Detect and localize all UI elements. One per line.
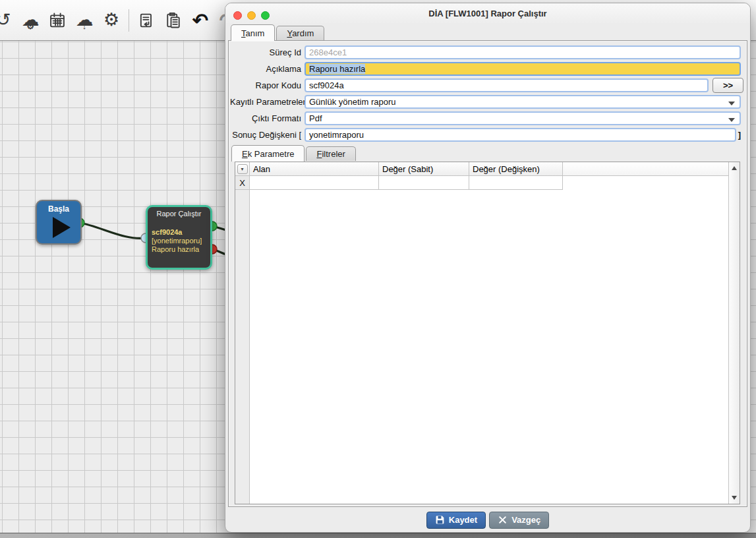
vertical-scrollbar[interactable] bbox=[728, 162, 740, 504]
cancel-button[interactable]: Vazgeç bbox=[489, 512, 549, 529]
rapor-kodu-lookup-button[interactable]: >> bbox=[712, 78, 743, 93]
aciklama-field[interactable]: Raporu hazırla bbox=[305, 62, 741, 76]
settings-icon[interactable]: ⚙ bbox=[102, 9, 121, 32]
chevron-down-icon bbox=[728, 102, 735, 105]
aciklama-label: Açıklama bbox=[230, 64, 305, 74]
rapor-kodu-field[interactable]: scf9024a bbox=[305, 78, 709, 92]
kayitli-parametreler-label: Kayıtlı Parametreler bbox=[230, 97, 305, 107]
sonuc-degiskeni-label: Sonuç Değişkeni [ bbox=[230, 130, 305, 140]
cell-deger-sabit[interactable] bbox=[379, 176, 469, 190]
paste-icon[interactable] bbox=[163, 9, 183, 32]
table-corner-cell: ▾ bbox=[235, 162, 250, 175]
kayitli-parametreler-select[interactable]: Günlük yönetim raporu bbox=[305, 95, 741, 109]
bottom-window-edge bbox=[0, 533, 756, 538]
dialog-tabs: Tanım Yardım bbox=[225, 23, 750, 40]
sonuc-degiskeni-field[interactable]: yonetimraporu bbox=[305, 128, 736, 142]
row-header-strip bbox=[235, 176, 250, 504]
surec-id-field: 268e4ce1 bbox=[305, 45, 741, 59]
tab-tanim[interactable]: Tanım bbox=[231, 24, 275, 41]
undo-icon[interactable]: ↶ bbox=[190, 9, 210, 32]
parameter-table: ▾ Alan Değer (Sabit) Değer (Değişken) X bbox=[235, 162, 740, 504]
cikti-formati-select[interactable]: Pdf bbox=[305, 111, 741, 125]
toolbar-separator bbox=[129, 9, 129, 32]
new-row-marker[interactable]: X bbox=[235, 176, 250, 190]
chevron-down-icon bbox=[728, 118, 735, 122]
column-header-deger-sabit[interactable]: Değer (Sabit) bbox=[379, 162, 469, 175]
close-window-button[interactable] bbox=[233, 11, 242, 20]
cell-alan[interactable] bbox=[250, 176, 379, 190]
dialog-titlebar[interactable]: DİA [FLW1001] Rapor Çalıştır bbox=[225, 3, 750, 23]
dialog-title: DİA [FLW1001] Rapor Çalıştır bbox=[428, 9, 546, 18]
scroll-down-icon[interactable] bbox=[732, 496, 737, 500]
play-icon bbox=[53, 217, 71, 238]
cancel-x-icon bbox=[498, 515, 508, 525]
cloud-settings-icon[interactable]: ☁ ⚙ bbox=[20, 9, 40, 32]
minimize-window-button[interactable] bbox=[247, 11, 256, 20]
node-rapor-description: Raporu hazırla bbox=[152, 245, 202, 254]
rapor-calistir-dialog: DİA [FLW1001] Rapor Çalıştır Tanım Yardı… bbox=[225, 3, 751, 533]
tanim-panel: Süreç Id 268e4ce1 Açıklama Raporu hazırl… bbox=[228, 40, 747, 507]
node-basla[interactable]: Başla bbox=[36, 200, 82, 245]
node-rapor-variable: [yonetimraporu] bbox=[152, 237, 202, 245]
tab-yardim[interactable]: Yardım bbox=[276, 26, 324, 40]
cell-deger-degisken[interactable] bbox=[469, 176, 563, 190]
save-button[interactable]: Kaydet bbox=[426, 512, 486, 529]
node-rapor-calistir[interactable]: Rapor Çalıştır scf9024a [yonetimraporu] … bbox=[146, 205, 212, 270]
calendar-icon[interactable] bbox=[47, 9, 67, 32]
tab-ek-parametre[interactable]: Ek Parametre bbox=[231, 145, 305, 162]
sonuc-degiskeni-bracket: ] bbox=[738, 130, 741, 140]
rapor-kodu-label: Rapor Kodu bbox=[230, 80, 305, 90]
column-menu-button[interactable]: ▾ bbox=[237, 164, 248, 174]
copy-icon[interactable] bbox=[136, 9, 156, 32]
maximize-window-button[interactable] bbox=[261, 11, 270, 20]
save-icon bbox=[435, 515, 445, 525]
column-header-filler bbox=[563, 162, 728, 175]
history-icon[interactable]: ↺ bbox=[0, 9, 13, 32]
scroll-up-icon[interactable] bbox=[732, 166, 737, 170]
node-rapor-code: scf9024a bbox=[152, 228, 202, 237]
column-header-alan[interactable]: Alan bbox=[250, 162, 379, 175]
surec-id-label: Süreç Id bbox=[230, 47, 305, 57]
table-row[interactable]: X bbox=[235, 176, 563, 190]
cloud-download-icon[interactable]: ☁ ↓ bbox=[74, 9, 94, 32]
tab-filtreler[interactable]: Filtreler bbox=[306, 146, 355, 161]
node-rapor-title: Rapor Çalıştır bbox=[148, 210, 210, 218]
cikti-formati-label: Çıktı Formatı bbox=[230, 113, 305, 123]
column-header-deger-degisken[interactable]: Değer (Değişken) bbox=[469, 162, 563, 175]
node-basla-title: Başla bbox=[37, 204, 80, 214]
parameter-tabs: Ek Parametre Filtreler bbox=[229, 145, 747, 161]
dialog-footer: Kaydet Vazgeç bbox=[225, 508, 750, 532]
